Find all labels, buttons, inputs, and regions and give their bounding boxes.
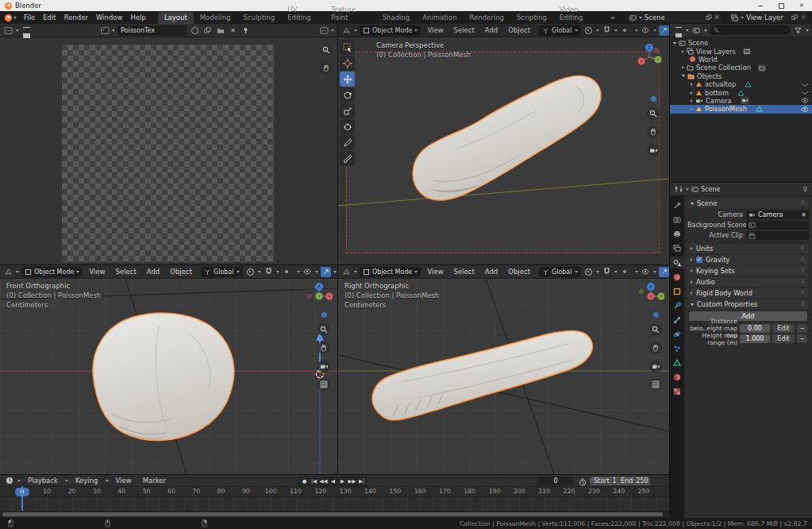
menu-object[interactable]: Object <box>504 26 534 34</box>
editor-type-button[interactable] <box>673 184 683 195</box>
new-image-button[interactable] <box>202 25 213 36</box>
outliner-item-bottom[interactable]: bottom <box>670 88 812 96</box>
panel-options-icon[interactable]: ⠿ <box>801 301 806 307</box>
properties-tab-physics[interactable] <box>670 328 684 340</box>
poisson-mesh-front-view[interactable] <box>93 313 234 440</box>
current-frame-field[interactable]: 0 <box>538 477 573 485</box>
menu-marker[interactable]: Marker <box>139 477 170 485</box>
remove-view-layer-button[interactable]: ✕ <box>800 14 806 21</box>
menu-view[interactable]: View <box>423 26 447 34</box>
image-editor-canvas[interactable] <box>0 37 337 264</box>
proportional-editing-toggle[interactable] <box>620 25 630 36</box>
fake-user-toggle[interactable] <box>190 25 200 36</box>
scene-camera-field[interactable]: Camera ✕ <box>746 210 809 219</box>
menu-playback[interactable]: Playback <box>24 477 62 485</box>
measure-tool[interactable] <box>340 151 355 166</box>
previous-keyframe-button[interactable]: ◀◀ <box>319 477 328 485</box>
menu-render[interactable]: Render <box>60 14 92 21</box>
play-reverse-button[interactable]: ◀ <box>329 477 337 485</box>
object-type-visibility-button[interactable] <box>641 267 651 277</box>
mode-selector[interactable]: Object Mode <box>360 267 421 277</box>
remove-property-button[interactable]: − <box>797 334 807 343</box>
outliner-item-scene-collection[interactable]: Scene Collection <box>670 64 812 71</box>
object-type-visibility-button[interactable] <box>641 25 651 36</box>
menu-select[interactable]: Select <box>450 268 479 276</box>
eye-open-icon[interactable] <box>801 98 809 103</box>
minimize-button[interactable] <box>750 0 771 11</box>
transform-orientation-selector[interactable]: Global <box>539 25 581 36</box>
property-value-field[interactable]: 0.00 <box>740 324 770 333</box>
camera-view-toggle[interactable] <box>317 360 330 373</box>
property-value-field[interactable]: 1.000 <box>740 334 770 343</box>
expand-icon[interactable] <box>682 66 684 69</box>
editor-type-button[interactable] <box>341 267 352 277</box>
tab-shading[interactable]: Shading <box>376 12 417 24</box>
expand-icon[interactable] <box>673 42 676 44</box>
annotate-tool[interactable] <box>340 135 355 150</box>
panel-options-icon[interactable]: ⠿ <box>801 268 806 274</box>
outliner-scene-filter-button[interactable] <box>691 25 702 36</box>
duplicate-scene-icon[interactable] <box>706 14 712 21</box>
expand-icon[interactable] <box>691 99 693 102</box>
record-button[interactable]: ● <box>300 477 309 485</box>
snap-toggle[interactable] <box>602 267 612 277</box>
view-layer-selector[interactable]: View Layer ✕ <box>729 13 809 22</box>
editor-type-button[interactable] <box>3 267 13 277</box>
menu-add[interactable]: Add <box>481 26 502 34</box>
play-button[interactable]: ▶ <box>338 477 347 485</box>
properties-tab-tool[interactable] <box>670 199 684 211</box>
outliner-item-actualtop[interactable]: actualtop <box>670 80 812 88</box>
expand-icon[interactable] <box>682 50 684 53</box>
panel-rigid-body-world-header[interactable]: Rigid Body World⠿ <box>687 288 809 298</box>
clear-camera-button[interactable]: ✕ <box>801 211 806 218</box>
background-scene-field[interactable] <box>746 221 809 230</box>
properties-tab-object[interactable] <box>670 285 684 297</box>
expand-icon[interactable] <box>691 83 693 86</box>
pin-icon[interactable] <box>802 186 809 193</box>
properties-tab-world[interactable] <box>670 271 684 283</box>
properties-tab-modifiers[interactable] <box>670 299 684 311</box>
open-image-button[interactable] <box>215 25 225 36</box>
cursor-tool[interactable] <box>340 56 355 71</box>
camera-view-toggle[interactable] <box>647 144 660 156</box>
frame-start-field[interactable]: Start 1 <box>590 477 620 485</box>
tab-video-editing[interactable]: Video Editing <box>553 4 606 24</box>
properties-tab-material[interactable] <box>670 371 684 383</box>
frame-end-field[interactable]: End 250 <box>617 477 650 485</box>
show-gizmo-toggle[interactable] <box>659 267 669 277</box>
menu-view[interactable]: View <box>112 477 136 485</box>
pan-button[interactable] <box>647 125 660 138</box>
properties-tab-constraints[interactable] <box>670 314 684 326</box>
blender-app-menu[interactable] <box>0 14 20 21</box>
select-box-tool[interactable] <box>340 40 355 55</box>
menu-edit[interactable]: Edit <box>39 14 60 21</box>
panel-gravity-header[interactable]: ✓ Gravity⠿ <box>687 255 809 264</box>
add-view-layer-icon[interactable] <box>791 14 798 21</box>
jump-to-start-button[interactable]: |◀ <box>310 477 318 485</box>
properties-tab-render[interactable] <box>670 214 684 226</box>
display-channels-caret[interactable] <box>331 29 334 32</box>
viewport-right-canvas[interactable]: Right Orthographic (0) Collection | Pois… <box>338 279 669 474</box>
proportional-editing-toggle[interactable] <box>282 267 292 277</box>
snap-toggle[interactable] <box>264 267 274 277</box>
add-workspace-button[interactable]: + <box>605 14 621 21</box>
menu-window[interactable]: Window <box>92 14 127 21</box>
poisson-mesh-right-view[interactable] <box>372 330 592 420</box>
display-channels-icon[interactable] <box>320 26 329 35</box>
display-mode-button[interactable] <box>673 25 683 36</box>
gravity-checkbox[interactable]: ✓ <box>696 257 702 263</box>
transform-orientation-selector[interactable]: Global <box>539 267 581 277</box>
expand-icon[interactable] <box>682 75 685 77</box>
properties-tab-texture[interactable] <box>670 385 684 397</box>
panel-custom-properties-header[interactable]: Custom Properties⠿ <box>687 299 809 309</box>
outliner-item-poissonmesh[interactable]: PoissonMesh <box>670 105 812 113</box>
outliner-item-scene[interactable]: Scene <box>670 39 812 47</box>
move-tool[interactable] <box>340 71 355 87</box>
outliner-search-input[interactable] <box>722 27 787 34</box>
close-button[interactable]: ✕ <box>791 0 812 11</box>
menu-view[interactable]: View <box>85 268 109 276</box>
zoom-button[interactable] <box>649 323 662 336</box>
image-browse-caret[interactable] <box>112 29 115 32</box>
expand-icon[interactable] <box>691 107 693 110</box>
editor-type-button[interactable] <box>4 476 14 486</box>
